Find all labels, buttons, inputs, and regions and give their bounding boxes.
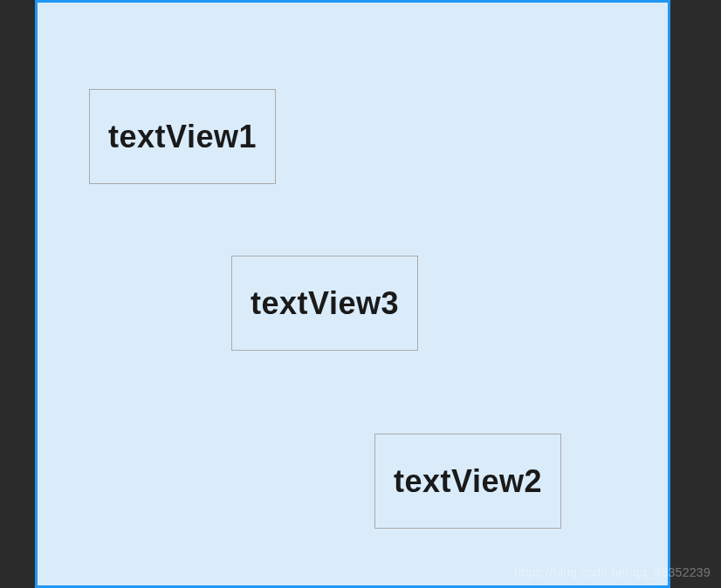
- text-view-1-label: textView1: [108, 119, 257, 155]
- text-view-2-label: textView2: [394, 463, 542, 500]
- text-view-1: textView1: [89, 89, 276, 184]
- text-view-3: textView3: [231, 256, 418, 351]
- watermark-text: https://blog.csdn.net/qq_36352239: [514, 565, 711, 579]
- text-view-2: textView2: [374, 434, 561, 529]
- constraint-layout-container: textView1 textView3 textView2: [35, 0, 670, 588]
- text-view-3-label: textView3: [251, 285, 399, 322]
